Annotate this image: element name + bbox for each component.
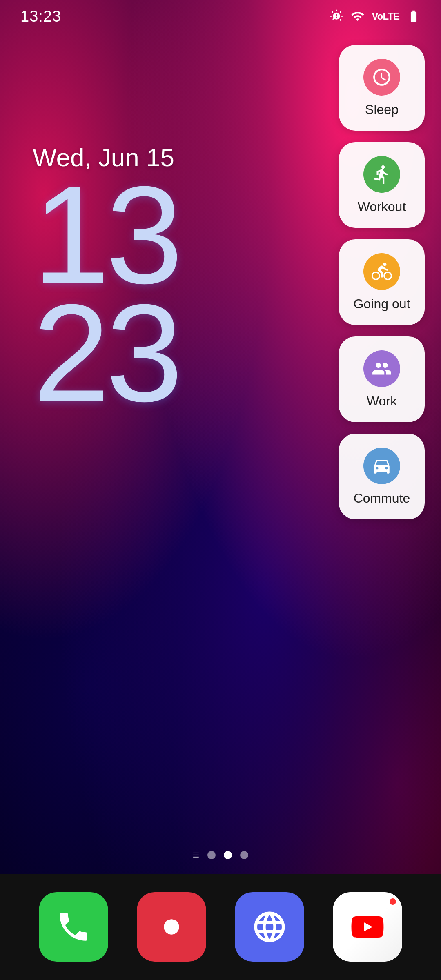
work-label: Work: [367, 394, 397, 409]
status-bar: 13:23 VoLTE: [0, 0, 441, 33]
commute-icon-circle: [363, 448, 400, 484]
screen-recorder-dock-icon[interactable]: [137, 892, 206, 962]
alarm-icon: [330, 9, 343, 23]
signal-icon: VoLTE: [372, 11, 399, 22]
battery-icon: [407, 9, 421, 23]
goingout-label: Going out: [354, 296, 410, 312]
workout-icon-circle: [363, 156, 400, 193]
page-indicator-1[interactable]: [207, 851, 216, 859]
page-indicators: ≡: [0, 849, 441, 862]
work-icon-circle: [363, 350, 400, 387]
browser-dock-icon[interactable]: [235, 892, 304, 962]
workout-label: Workout: [358, 199, 406, 214]
clock-widget: Wed, Jun 15 13 23: [33, 143, 179, 412]
goingout-mode-card[interactable]: Going out: [339, 239, 425, 325]
sleep-label: Sleep: [365, 102, 399, 117]
page-indicator-3[interactable]: [240, 851, 248, 859]
clock-minute: 23: [33, 294, 179, 412]
sleep-icon-circle: [363, 59, 400, 96]
workout-mode-card[interactable]: Workout: [339, 142, 425, 228]
sleep-mode-card[interactable]: Sleep: [339, 45, 425, 131]
commute-mode-card[interactable]: Commute: [339, 434, 425, 519]
page-indicator-2[interactable]: [224, 851, 232, 859]
status-icons: VoLTE: [330, 9, 421, 23]
indicator-menu-icon: ≡: [193, 849, 199, 862]
mode-column: Sleep Workout Going out Work: [339, 45, 425, 519]
phone-dock-icon[interactable]: [39, 892, 108, 962]
youtube-dock-icon[interactable]: [333, 892, 402, 962]
goingout-icon-circle: [363, 253, 400, 290]
dock: [0, 874, 441, 980]
work-mode-card[interactable]: Work: [339, 336, 425, 422]
wifi-icon: [351, 9, 365, 23]
commute-label: Commute: [354, 491, 410, 506]
status-time: 13:23: [20, 8, 61, 25]
